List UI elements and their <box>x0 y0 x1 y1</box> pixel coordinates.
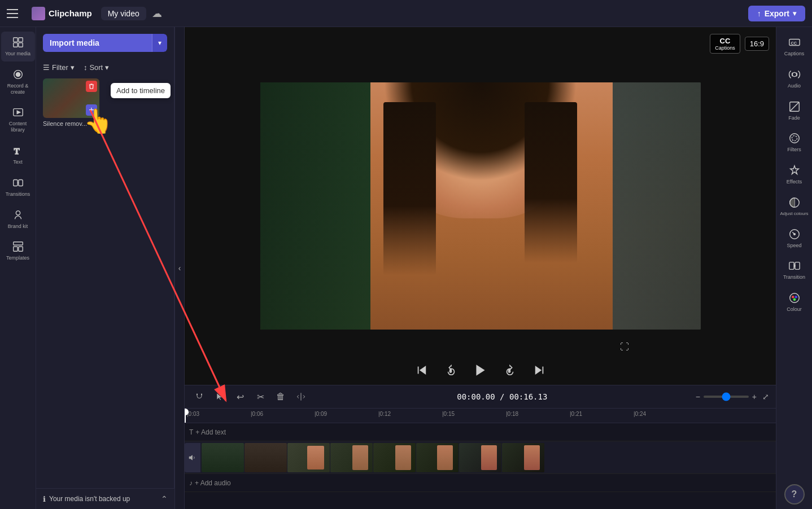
skip-forward-button[interactable] <box>529 360 549 380</box>
sidebar-item-brand-kit[interactable]: Brand kit <box>1 204 35 234</box>
svg-text:CC: CC <box>791 41 797 46</box>
zoom-slider[interactable] <box>704 396 749 398</box>
import-dropdown-button[interactable]: ▾ <box>152 34 167 52</box>
media-item-1[interactable]: + Silence remov... Add to timeline <box>43 78 99 127</box>
sort-button[interactable]: ↕ Sort ▾ <box>84 63 109 72</box>
sidebar-item-label-colour: Colour <box>787 306 802 313</box>
svg-marker-25 <box>217 393 221 400</box>
video-thumb-6 <box>416 443 459 472</box>
playhead-marker <box>185 409 186 423</box>
svg-rect-10 <box>18 179 22 186</box>
sidebar-item-transitions[interactable]: Transitions <box>1 172 35 202</box>
svg-point-42 <box>793 299 796 301</box>
ruler-mark-6: |0:21 <box>570 411 634 417</box>
sidebar-item-filters[interactable]: Filters <box>778 128 811 157</box>
backup-text: ℹ Your media isn't backed up <box>43 495 130 503</box>
zoom-in-button[interactable]: + <box>752 392 757 401</box>
sidebar-item-text[interactable]: T Text <box>1 140 35 170</box>
video-thumb-4 <box>330 443 373 472</box>
sidebar-item-adjust-colours[interactable]: Adjust colours <box>778 192 811 221</box>
project-name[interactable]: My video <box>101 7 146 20</box>
sidebar-item-speed[interactable]: Speed <box>778 223 811 253</box>
effects-icon <box>788 164 801 177</box>
sidebar-item-colour[interactable]: Colour <box>778 287 811 317</box>
rewind-5s-button[interactable]: 5 <box>441 360 461 380</box>
import-media-button[interactable]: Import media <box>43 34 152 52</box>
sidebar-item-label-speed: Speed <box>787 243 801 249</box>
media-panel-header: Import media ▾ <box>36 27 174 59</box>
magnet-tool-button[interactable] <box>191 389 207 405</box>
collapse-panel-button[interactable]: ‹ <box>174 27 185 509</box>
add-text-button[interactable]: + Add text <box>195 428 226 436</box>
colour-icon <box>788 292 801 304</box>
total-time: 00:16.13 <box>509 392 547 401</box>
media-backup-bar: ℹ Your media isn't backed up ⌃ <box>36 488 174 509</box>
sidebar-item-your-media[interactable]: Your media <box>1 32 35 62</box>
skip-back-icon <box>416 364 428 376</box>
svg-text:5: 5 <box>508 369 510 373</box>
add-media-button[interactable]: + <box>86 104 97 116</box>
svg-rect-1 <box>18 38 22 42</box>
fullscreen-button[interactable]: ⛶ <box>620 342 629 352</box>
aspect-ratio-badge[interactable]: 16:9 <box>745 37 769 51</box>
sidebar-item-label-captions: Captions <box>784 51 805 57</box>
play-pause-button[interactable] <box>470 360 491 380</box>
export-icon: ↑ <box>757 9 761 18</box>
ruler-mark-3: |0:12 <box>378 411 442 417</box>
video-track[interactable] <box>185 441 776 474</box>
fit-to-timeline-button[interactable]: ⤢ <box>762 392 769 401</box>
sidebar-item-fade[interactable]: Fade <box>778 96 811 126</box>
export-button[interactable]: ↑ Export ▾ <box>748 6 805 21</box>
sidebar-item-label-fade: Fade <box>788 115 800 121</box>
grid-icon <box>12 36 24 49</box>
select-tool-button[interactable] <box>212 389 228 405</box>
undo-button[interactable]: ↩ <box>232 389 248 405</box>
help-button[interactable]: ? <box>784 484 805 504</box>
zoom-out-button[interactable]: − <box>696 392 700 401</box>
svg-marker-19 <box>476 365 484 376</box>
skip-back-button[interactable] <box>412 360 432 380</box>
sidebar-item-record[interactable]: Record & create <box>1 64 35 100</box>
ruler-mark-1: |0:06 <box>251 411 315 417</box>
app-name: Clipchamp <box>49 8 92 18</box>
add-audio-button[interactable]: + Add audio <box>195 479 231 487</box>
svg-point-34 <box>792 136 797 141</box>
app-logo: Clipchamp <box>32 7 92 20</box>
menu-icon[interactable] <box>7 5 25 23</box>
delete-media-button[interactable] <box>86 81 97 92</box>
delete-button[interactable]: 🗑 <box>273 389 289 405</box>
filter-chevron-icon: ▾ <box>71 63 75 72</box>
video-thumb-7 <box>459 443 501 472</box>
sidebar-item-audio[interactable]: Audio <box>778 64 811 94</box>
timeline-ruler: |0:03 |0:06 |0:09 |0:12 |0:15 |0:18 |0:2… <box>185 409 776 423</box>
sidebar-item-templates[interactable]: Templates <box>1 236 35 266</box>
media-thumb-label-1: Silence remov... <box>43 120 99 127</box>
svg-line-32 <box>789 102 799 111</box>
filter-button[interactable]: ☰ Filter ▾ <box>43 63 75 72</box>
backup-chevron-icon[interactable]: ⌃ <box>161 494 168 503</box>
current-time: 00:00.00 <box>457 392 495 401</box>
time-separator: / <box>500 392 509 401</box>
sidebar-item-transition[interactable]: Transition <box>778 255 811 285</box>
forward-5s-button[interactable]: 5 <box>500 360 520 380</box>
sidebar-item-effects[interactable]: Effects <box>778 160 811 190</box>
topbar: Clipchamp My video ☁ ↑ Export ▾ <box>0 0 812 27</box>
media-panel: Import media ▾ ☰ Filter ▾ ↕ Sort ▾ <box>36 27 174 509</box>
cut-button[interactable]: ✂ <box>252 389 268 405</box>
sidebar-item-captions[interactable]: CC Captions <box>778 32 811 62</box>
trash-icon <box>88 83 95 90</box>
library-icon <box>12 106 24 119</box>
info-icon: ℹ <box>43 495 46 503</box>
video-thumb-3 <box>287 443 330 472</box>
sidebar-item-content-library[interactable]: Content library <box>1 102 35 138</box>
speaker-icon <box>189 454 197 462</box>
media-thumb-1[interactable]: + <box>43 78 99 118</box>
magnet-icon <box>195 392 204 401</box>
svg-point-39 <box>789 293 799 303</box>
audio-track: ♪ + Add audio <box>185 474 776 492</box>
split-button[interactable] <box>293 389 309 405</box>
rewind-icon: 5 <box>445 364 457 376</box>
media-grid: + Silence remov... Add to timeline <box>36 74 174 134</box>
captions-badge[interactable]: CC Captions <box>710 34 740 54</box>
sort-icon: ↕ <box>84 63 88 72</box>
